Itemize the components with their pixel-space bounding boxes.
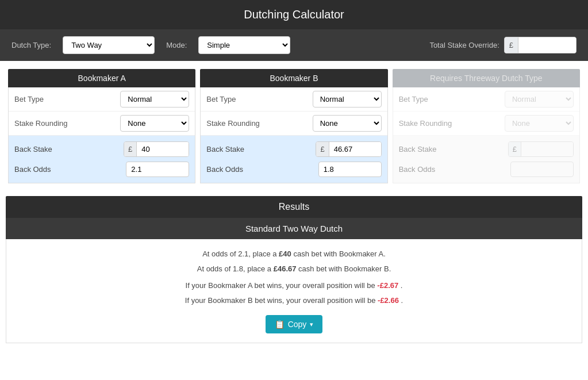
copy-button-label: Copy: [288, 320, 307, 329]
results-line4-suffix: .: [401, 296, 403, 305]
bookmaker-c-back-stake-wrapper: £: [508, 141, 574, 157]
results-line1-prefix: At odds of 2.1, place a: [202, 250, 279, 258]
mode-label: Mode:: [166, 41, 187, 49]
results-body: At odds of 2.1, place a £40 cash bet wit…: [6, 239, 582, 343]
bookmaker-b-back-stake-row: Back Stake £: [206, 141, 381, 157]
bookmaker-b-back-odds-input[interactable]: [318, 162, 382, 177]
results-line1-stake: £40: [279, 250, 291, 258]
results-line1: At odds of 2.1, place a £40 cash bet wit…: [16, 248, 572, 260]
bookmaker-c-back-stake-label: Back Stake: [399, 145, 508, 153]
results-line4: If your Bookmaker B bet wins, your overa…: [16, 295, 572, 306]
bookmaker-a-body: Bet Type Normal EW Lay Stake Rounding No…: [8, 87, 195, 183]
bookmaker-c-back-stake-row: Back Stake £: [399, 141, 574, 157]
stake-override-pound: £: [505, 37, 518, 53]
results-line2-prefix: At odds of 1.8, place a: [197, 264, 274, 273]
bookmaker-c-bet-type-label: Bet Type: [399, 95, 505, 103]
bookmaker-a-back-stake-row: Back Stake £: [14, 141, 189, 157]
results-line1-suffix: cash bet with Bookmaker A.: [293, 250, 385, 258]
bookmaker-a-back-odds-label: Back Odds: [14, 165, 126, 174]
bookmaker-a-col: Bookmaker A Bet Type Normal EW Lay Stake…: [8, 69, 195, 183]
bookmaker-b-stake-rounding-label: Stake Rounding: [206, 119, 312, 128]
bookmaker-a-back-stake-input[interactable]: [137, 142, 189, 156]
bookmaker-b-bet-type-select[interactable]: Normal EW Lay: [313, 91, 382, 108]
results-line4-value: -£2.66: [378, 296, 399, 305]
bookmaker-c-pound: £: [509, 142, 521, 156]
bookmaker-c-back-stake-input: [521, 142, 573, 156]
results-line2-stake: £46.67: [274, 264, 297, 273]
bookmakers-section: Bookmaker A Bet Type Normal EW Lay Stake…: [0, 61, 588, 191]
bookmaker-b-bet-type-row: Bet Type Normal EW Lay: [201, 87, 387, 112]
bookmaker-c-fields: Back Stake £ Back Odds: [393, 136, 579, 183]
bookmaker-a-pound: £: [124, 142, 137, 156]
bookmaker-b-pound: £: [316, 142, 329, 156]
bookmaker-b-bet-type-label: Bet Type: [206, 95, 312, 103]
results-line2: At odds of 1.8, place a £46.67 cash bet …: [16, 263, 572, 275]
bookmaker-b-back-odds-label: Back Odds: [206, 165, 318, 174]
bookmaker-b-back-stake-label: Back Stake: [206, 145, 316, 153]
results-line3-prefix: If your Bookmaker A bet wins, your overa…: [186, 281, 378, 290]
bookmaker-a-stake-rounding-label: Stake Rounding: [14, 119, 120, 128]
app-title: Dutching Calculator: [0, 0, 588, 29]
copy-icon: 📋: [275, 320, 285, 329]
dutch-type-select[interactable]: Two Way Three Way: [63, 36, 155, 54]
bookmaker-b-body: Bet Type Normal EW Lay Stake Rounding No…: [200, 87, 387, 183]
stake-override-input[interactable]: [518, 37, 576, 53]
bookmaker-c-bet-type-row: Bet Type Normal: [393, 87, 579, 112]
results-line4-prefix: If your Bookmaker B bet wins, your overa…: [185, 296, 378, 305]
results-header: Results: [6, 196, 582, 218]
results-line2-suffix: cash bet with Bookmaker B.: [298, 264, 391, 273]
bookmaker-a-stake-rounding-row: Stake Rounding None 0.01 0.1 1 5 10: [9, 112, 195, 136]
bookmaker-a-header: Bookmaker A: [8, 69, 195, 87]
bookmaker-b-back-stake-wrapper: £: [316, 141, 381, 157]
bookmaker-b-back-stake-input[interactable]: [329, 142, 381, 156]
bookmaker-a-fields: Back Stake £ Back Odds: [9, 136, 195, 183]
bookmaker-c-header: Requires Threeway Dutch Type: [393, 69, 580, 87]
bookmaker-b-stake-rounding-select[interactable]: None 0.01 0.1 1 5 10: [313, 115, 382, 132]
mode-select[interactable]: Simple Advanced: [198, 36, 290, 54]
bookmaker-c-col: Requires Threeway Dutch Type Bet Type No…: [393, 69, 580, 183]
bookmaker-a-back-odds-row: Back Odds: [14, 162, 189, 177]
stake-override-input-wrapper: £: [504, 37, 577, 53]
results-line3-value: -£2.67: [377, 281, 398, 290]
stake-override-group: Total Stake Override: £: [429, 37, 577, 53]
bookmaker-c-stake-rounding-row: Stake Rounding None: [393, 112, 579, 136]
bookmaker-b-back-odds-row: Back Odds: [206, 162, 381, 177]
bookmaker-b-stake-rounding-row: Stake Rounding None 0.01 0.1 1 5 10: [201, 112, 387, 136]
bookmaker-c-stake-rounding-label: Stake Rounding: [399, 119, 505, 128]
bookmaker-b-col: Bookmaker B Bet Type Normal EW Lay Stake…: [200, 69, 387, 183]
results-subheader: Standard Two Way Dutch: [6, 218, 582, 239]
bookmaker-c-bet-type-select: Normal: [505, 91, 574, 108]
bookmaker-a-back-odds-input[interactable]: [126, 162, 189, 177]
dutch-type-label: Dutch Type:: [11, 41, 51, 49]
bookmaker-a-back-stake-label: Back Stake: [14, 145, 124, 153]
results-section: Results Standard Two Way Dutch At odds o…: [0, 196, 588, 343]
bookmaker-b-header: Bookmaker B: [200, 69, 387, 87]
results-line3: If your Bookmaker A bet wins, your overa…: [16, 280, 572, 291]
bookmaker-a-bet-type-row: Bet Type Normal EW Lay: [9, 87, 195, 112]
stake-override-label: Total Stake Override:: [429, 41, 499, 49]
controls-bar: Dutch Type: Two Way Three Way Mode: Simp…: [0, 29, 588, 61]
bookmaker-a-bet-type-select[interactable]: Normal EW Lay: [120, 91, 189, 108]
bookmaker-c-back-odds-label: Back Odds: [399, 165, 510, 174]
bookmaker-a-back-stake-wrapper: £: [124, 141, 189, 157]
bookmaker-b-fields: Back Stake £ Back Odds: [201, 136, 387, 183]
bookmaker-c-stake-rounding-select: None: [505, 115, 574, 132]
bookmaker-a-bet-type-label: Bet Type: [14, 95, 120, 103]
copy-chevron-icon: ▾: [310, 321, 313, 328]
results-line3-suffix: .: [401, 281, 403, 290]
bookmaker-c-back-odds-input: [510, 162, 574, 177]
copy-button[interactable]: 📋 Copy ▾: [266, 315, 323, 333]
bookmaker-c-body: Bet Type Normal Stake Rounding None Back…: [393, 87, 580, 183]
bookmaker-c-back-odds-row: Back Odds: [399, 162, 574, 177]
bookmaker-a-stake-rounding-select[interactable]: None 0.01 0.1 1 5 10: [120, 115, 189, 132]
